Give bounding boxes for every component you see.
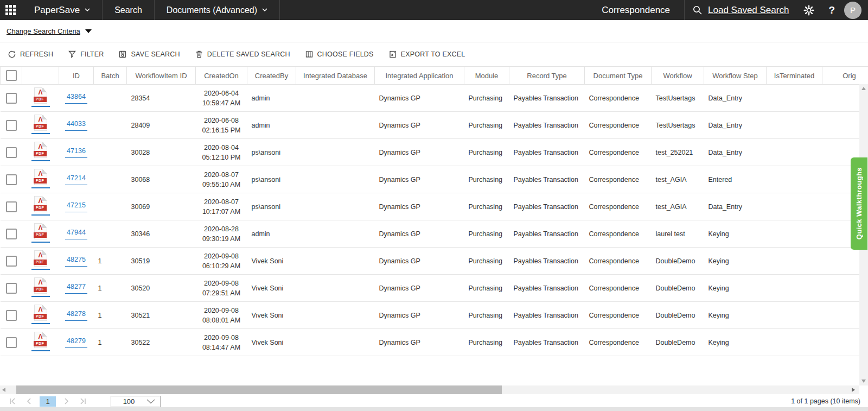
row-checkbox[interactable] xyxy=(6,229,17,239)
row-checkbox[interactable] xyxy=(6,256,17,267)
row-checkbox[interactable] xyxy=(6,201,17,212)
column-header-orig[interactable]: Orig xyxy=(822,67,868,85)
document-id-link[interactable]: 47215 xyxy=(65,201,87,212)
workflow-cell: test_AGIA xyxy=(652,193,704,220)
column-header-id[interactable]: ID xyxy=(59,67,94,85)
pdf-document-link[interactable]: Λ PDF xyxy=(31,305,50,324)
delete-saved-search-button[interactable]: DELETE SAVED SEARCH xyxy=(195,50,290,59)
module-cell: Purchasing xyxy=(464,220,509,248)
scroll-left-icon[interactable] xyxy=(2,388,5,392)
nav-item-search[interactable]: Search xyxy=(103,0,154,20)
integrated-database-cell xyxy=(296,193,375,220)
choose-fields-button[interactable]: CHOOSE FIELDS xyxy=(305,50,374,59)
module-cell: Purchasing xyxy=(464,166,509,193)
workflow-cell: test_252021 xyxy=(652,139,704,166)
is-terminated-cell xyxy=(767,220,822,248)
row-checkbox[interactable] xyxy=(6,283,17,294)
settings-button[interactable] xyxy=(796,5,821,16)
nav-item-documents-advanced[interactable]: Documents (Advanced) xyxy=(155,0,279,20)
column-header-workflow[interactable]: Workflow xyxy=(652,67,704,85)
page-size-value: 100 xyxy=(111,397,146,406)
workflow-item-id-cell: 30519 xyxy=(127,248,196,275)
user-avatar[interactable]: P xyxy=(844,2,861,19)
pdf-document-link[interactable]: Λ PDF xyxy=(31,277,50,297)
help-button[interactable]: ? xyxy=(821,4,842,16)
column-header-batch[interactable]: Batch xyxy=(94,67,127,85)
document-id-link[interactable]: 48275 xyxy=(65,256,87,267)
column-header-integrated-application[interactable]: Integrated Application xyxy=(375,67,464,85)
export-to-excel-button[interactable]: EXPORT TO EXCEL xyxy=(388,50,465,59)
integrated-database-cell xyxy=(296,139,375,166)
scroll-up-icon[interactable] xyxy=(861,87,866,90)
created-by-cell: ps\ansoni xyxy=(247,139,296,166)
row-checkbox[interactable] xyxy=(6,120,17,131)
integrated-database-cell xyxy=(296,85,375,112)
pdf-document-link[interactable]: Λ PDF xyxy=(31,196,50,216)
integrated-database-cell xyxy=(296,329,375,356)
checkbox-cell xyxy=(1,166,22,193)
workflow-cell: DoubleDemo xyxy=(652,248,704,275)
column-header-record-type[interactable]: Record Type xyxy=(509,67,585,85)
document-id-link[interactable]: 43864 xyxy=(65,93,87,104)
table-row: Λ PDF 48279 1 30522 2020-09-08 08:14:47 … xyxy=(1,329,868,356)
filter-button[interactable]: FILTER xyxy=(68,50,104,59)
horizontal-scroll-thumb[interactable] xyxy=(16,385,502,394)
first-page-button[interactable] xyxy=(5,396,20,407)
column-header-workflow-step[interactable]: Workflow Step xyxy=(704,67,767,85)
document-id-link[interactable]: 44033 xyxy=(65,120,87,131)
workflow-step-cell: Keying xyxy=(704,302,767,329)
document-id-link[interactable]: 47944 xyxy=(65,229,87,239)
column-header-workflowitem-id[interactable]: WorkflowItem ID xyxy=(127,67,196,85)
column-header-isterminated[interactable]: IsTerminated xyxy=(767,67,822,85)
checkbox-cell xyxy=(1,275,22,302)
pdf-document-link[interactable]: Λ PDF xyxy=(31,142,50,161)
record-type-cell: Payables Transaction xyxy=(509,166,585,193)
select-all-checkbox[interactable] xyxy=(6,70,17,81)
document-id-link[interactable]: 48278 xyxy=(65,310,87,321)
quick-walkthroughs-tab[interactable]: Quick Walkthroughs xyxy=(851,157,867,250)
page-size-select[interactable]: 100 xyxy=(111,396,161,407)
current-page-button[interactable]: 1 xyxy=(40,396,56,407)
pdf-document-link[interactable]: Λ PDF xyxy=(31,250,50,270)
previous-page-button[interactable] xyxy=(22,396,36,407)
app-launcher-button[interactable] xyxy=(0,0,22,20)
workflow-item-id-cell: 28409 xyxy=(127,112,196,139)
scroll-down-icon[interactable] xyxy=(861,380,866,383)
row-checkbox[interactable] xyxy=(6,147,17,158)
record-type-cell: Payables Transaction xyxy=(509,85,585,112)
row-checkbox[interactable] xyxy=(6,337,17,348)
document-id-link[interactable]: 48277 xyxy=(65,283,87,294)
batch-cell xyxy=(94,193,127,220)
row-checkbox[interactable] xyxy=(6,174,17,185)
pdf-document-link[interactable]: Λ PDF xyxy=(31,332,50,351)
load-saved-search-button[interactable]: Load Saved Search xyxy=(685,5,796,16)
document-id-link[interactable]: 47214 xyxy=(65,174,87,185)
pdf-document-link[interactable]: Λ PDF xyxy=(31,169,50,188)
next-page-button[interactable] xyxy=(60,396,74,407)
column-header-document-type[interactable]: Document Type xyxy=(585,67,652,85)
horizontal-scrollbar[interactable] xyxy=(0,385,859,394)
pdf-document-link[interactable]: Λ PDF xyxy=(31,223,50,243)
refresh-button[interactable]: REFRESH xyxy=(8,50,53,59)
row-checkbox[interactable] xyxy=(6,310,17,321)
column-header-integrated-database[interactable]: Integrated Database xyxy=(296,67,375,85)
last-page-button[interactable] xyxy=(76,396,90,407)
integrated-application-cell: Dynamics GP xyxy=(375,85,464,112)
column-header-module[interactable]: Module xyxy=(464,67,509,85)
pdf-icon: Λ PDF xyxy=(34,277,47,294)
brand-menu[interactable]: PaperSave xyxy=(22,0,102,20)
pdf-document-link[interactable]: Λ PDF xyxy=(31,87,50,107)
is-terminated-cell xyxy=(767,275,822,302)
row-checkbox[interactable] xyxy=(6,93,17,104)
document-id-link[interactable]: 48279 xyxy=(65,337,87,348)
caret-down-icon[interactable] xyxy=(85,29,92,33)
document-id-link[interactable]: 47136 xyxy=(65,147,87,158)
save-search-button[interactable]: SAVE SEARCH xyxy=(118,50,180,59)
pager-status: 1 of 1 pages (10 items) xyxy=(791,397,860,405)
column-header-createdon[interactable]: CreatedOn xyxy=(196,67,247,85)
previous-page-icon xyxy=(26,398,31,404)
change-search-criteria-link[interactable]: Change Search Criteria xyxy=(7,27,80,35)
scroll-right-icon[interactable] xyxy=(852,388,855,392)
pdf-document-link[interactable]: Λ PDF xyxy=(31,115,50,134)
column-header-createdby[interactable]: CreatedBy xyxy=(247,67,296,85)
